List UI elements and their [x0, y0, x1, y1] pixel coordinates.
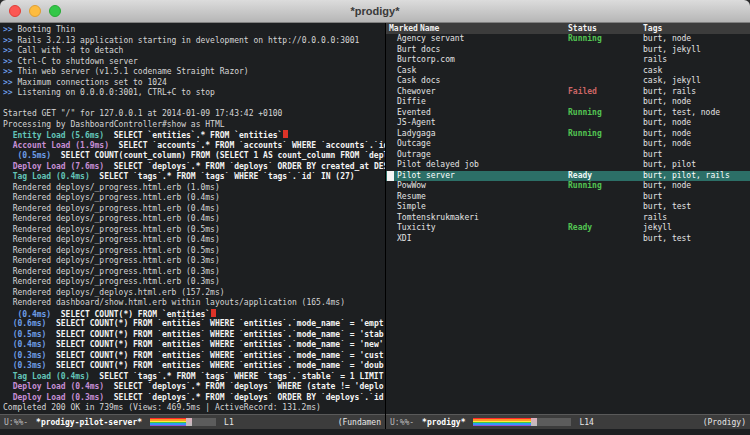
process-row[interactable]: Caskcask [386, 66, 750, 77]
process-tags: cask [643, 66, 662, 77]
process-tags: burt, pilot [643, 160, 696, 171]
process-name: JS-Agent [397, 118, 436, 129]
nyan-rainbow-icon [473, 418, 531, 426]
process-row[interactable]: Simpleburt, test [386, 202, 750, 213]
log-line: Rendered deploys/_progress.html.erb (0.5… [3, 225, 385, 236]
zoom-button[interactable] [49, 5, 61, 17]
log-segment: >> [3, 67, 13, 76]
log-segment: Rendered deploys/_progress.html.erb (0.5… [3, 246, 220, 255]
log-segment: Tag Load (0.4ms) [3, 372, 90, 381]
process-name: Cask docs [397, 76, 440, 87]
header-name: Name [420, 23, 439, 34]
process-tags: burt [643, 192, 662, 203]
process-name: Burtcorp.com [397, 55, 455, 66]
process-row[interactable]: Agency servantRunningburt, node [386, 34, 750, 45]
process-row[interactable]: Burtcorp.comrails [386, 55, 750, 66]
log-segment: SELECT `deploys`.* FROM `deploys` ORDER … [104, 162, 385, 171]
log-line: Account Load (1.9ms) SELECT `accounts`.*… [3, 141, 385, 152]
log-line: Rendered deploys/_progress.html.erb (0.5… [3, 246, 385, 257]
process-row[interactable]: Pilot delayed jobburt, pilot [386, 160, 750, 171]
log-pane[interactable]: >> Booting Thin>> Rails 3.2.13 applicati… [0, 23, 386, 429]
marked-cell [387, 76, 394, 86]
log-segment: Processing by DashboardController#show a… [3, 120, 225, 129]
marked-cell [387, 139, 394, 149]
process-status: Running [568, 181, 602, 192]
log-segment: (0.5ms) [3, 330, 46, 339]
row-cursor-block [387, 171, 394, 181]
marked-cell [387, 129, 394, 139]
modeline-buffer-name: *prodigy-pilot-server* [36, 418, 142, 427]
process-row[interactable]: Tomtenskrukmakerirails [386, 213, 750, 224]
log-line: Rendered deploys/_progress.html.erb (0.4… [3, 235, 385, 246]
marked-cell [387, 150, 394, 160]
modeline-buffer-name: *prodigy* [422, 418, 465, 427]
process-row[interactable]: ChewoverFailedburt, rails [386, 87, 750, 98]
marked-cell [387, 192, 394, 202]
process-row[interactable]: Pilot serverReadyburt, pilot, rails [386, 171, 750, 182]
log-line: Deploy Load (7.6ms) SELECT `deploys`.* F… [3, 162, 385, 173]
process-tags: burt, node [643, 181, 691, 192]
log-segment: Entity Load (5.6ms) [3, 131, 104, 140]
log-line [3, 99, 385, 110]
process-row[interactable]: JS-Agentburt, node [386, 118, 750, 129]
process-name: XDI [397, 234, 411, 245]
process-row[interactable]: Outcageburt, node [386, 139, 750, 150]
log-segment: SELECT COUNT(*) FROM `entities` [51, 310, 210, 319]
log-segment: Rendered deploys/_deploys.html.erb (157.… [3, 288, 225, 297]
header-tags: Tags [643, 23, 662, 34]
modeline-line-number: L1 [224, 418, 234, 427]
process-name: Evented [397, 108, 431, 119]
log-line: >> Thin web server (v1.5.1 codename Stra… [3, 67, 385, 78]
log-segment: SELECT `tags`.* FROM `tags` WHERE `tags`… [90, 372, 384, 381]
log-line: (0.3ms) SELECT COUNT(*) FROM `entities` … [3, 361, 385, 372]
process-row[interactable]: Burt docsburt, jekyll [386, 45, 750, 56]
process-row[interactable]: Outrageburt [386, 150, 750, 161]
window-titlebar[interactable]: *prodigy* [0, 0, 750, 23]
log-segment: Deploy Load (0.3ms) [3, 393, 104, 402]
process-tags: burt, test, node [643, 108, 720, 119]
minibuffer[interactable] [0, 429, 750, 435]
marked-cell [387, 108, 394, 118]
modeline-flags: U:%%- [390, 418, 414, 427]
marked-cell [387, 223, 394, 233]
window-title: *prodigy* [351, 5, 400, 17]
log-segment: Rendered deploys/_progress.html.erb (0.3… [3, 277, 220, 286]
process-status: Failed [568, 87, 597, 98]
process-row[interactable]: Cask docscask, jekyll [386, 76, 750, 87]
log-segment: SELECT COUNT(*) FROM `entities` WHERE `e… [46, 361, 383, 370]
process-row[interactable]: TuxicityReadyjekyll [386, 223, 750, 234]
process-name: Tuxicity [397, 223, 436, 234]
log-line: Rendered dashboard/show.html.erb within … [3, 298, 385, 309]
process-row[interactable]: Diffieburt, node [386, 97, 750, 108]
log-segment: Rendered deploys/_progress.html.erb (0.5… [3, 225, 220, 234]
modeline-line-number: L14 [579, 418, 593, 427]
log-line: Completed 200 OK in 739ms (Views: 469.5m… [3, 403, 385, 414]
log-segment: Ctrl-C to shutdown server [13, 57, 138, 66]
process-rows: Agency servantRunningburt, nodeBurt docs… [386, 34, 750, 244]
process-row[interactable]: XDIburt, test [386, 234, 750, 245]
log-line: >> Listening on 0.0.0.0:3001, CTRL+C to … [3, 88, 385, 99]
log-segment: Started GET "/" for 127.0.0.1 at 2014-01… [3, 109, 282, 118]
process-tags: burt [643, 150, 662, 161]
log-line: Rendered deploys/_progress.html.erb (0.3… [3, 277, 385, 288]
log-segment: SELECT COUNT(*) FROM `entities` WHERE `e… [46, 340, 383, 349]
marked-cell [387, 45, 394, 55]
process-row[interactable]: Resumeburt [386, 192, 750, 203]
process-row[interactable]: EventedRunningburt, test, node [386, 108, 750, 119]
process-status: Running [568, 34, 602, 45]
close-button[interactable] [9, 5, 21, 17]
process-row[interactable]: LadygagaRunningburt, node [386, 129, 750, 140]
log-line: Rendered deploys/_progress.html.erb (1.0… [3, 183, 385, 194]
empty-area [386, 244, 750, 414]
minimize-button[interactable] [29, 5, 41, 17]
log-segment: Rendered deploys/_progress.html.erb (0.3… [3, 256, 220, 265]
process-row[interactable]: PowWowRunningburt, node [386, 181, 750, 192]
process-name: Ladygaga [397, 129, 436, 140]
log-segment: Tag Load (0.4ms) [3, 172, 90, 181]
nyan-track [192, 418, 216, 426]
process-tags: burt, node [643, 118, 691, 129]
process-pane[interactable]: Marked Name Status Tags Agency servantRu… [386, 23, 750, 429]
log-line: Processing by DashboardController#show a… [3, 120, 385, 131]
log-line: >> Rails 3.2.13 application starting in … [3, 36, 385, 47]
process-tags: burt, node [643, 34, 691, 45]
